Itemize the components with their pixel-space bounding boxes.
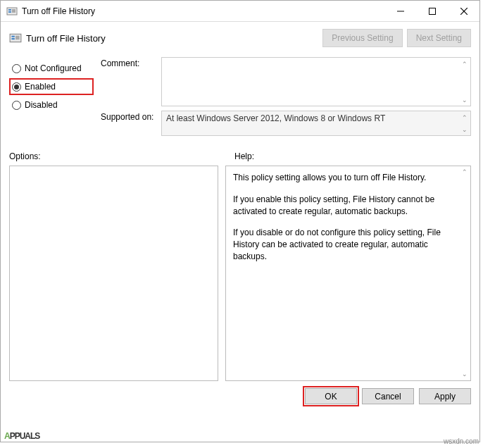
radio-enabled[interactable]: Enabled [9, 78, 94, 95]
minimize-button[interactable] [384, 1, 416, 21]
policy-header-icon [9, 32, 22, 44]
options-pane [9, 166, 218, 381]
radio-disabled[interactable]: Disabled [9, 97, 94, 113]
dialog-content: Turn off File History Previous Setting N… [1, 22, 479, 442]
help-label: Help: [234, 151, 254, 161]
svg-rect-5 [429, 8, 435, 14]
panes: This policy setting allows you to turn o… [9, 166, 471, 381]
svg-rect-11 [15, 36, 20, 40]
apply-button[interactable]: Apply [419, 388, 471, 404]
previous-setting-button[interactable]: Previous Setting [322, 29, 402, 47]
state-radio-group: Not Configured Enabled Disabled [9, 57, 94, 140]
comment-input[interactable]: ⌃ ⌄ [161, 57, 471, 106]
radio-icon [12, 64, 21, 73]
help-text: If you enable this policy setting, File … [233, 194, 453, 218]
dialog-window: Turn off File History Turn [0, 0, 480, 442]
next-setting-button[interactable]: Next Setting [407, 29, 471, 47]
window-title: Turn off File History [22, 6, 384, 16]
comment-row: Comment: ⌃ ⌄ [101, 57, 471, 106]
scroll-up-icon[interactable]: ⌃ [458, 111, 470, 123]
titlebar: Turn off File History [1, 1, 479, 22]
top-section: Not Configured Enabled Disabled Comment: [9, 57, 471, 140]
supported-scrollbar[interactable]: ⌃ ⌄ [458, 111, 470, 135]
help-text: If you disable or do not configure this … [233, 227, 453, 262]
maximize-button[interactable] [416, 1, 448, 21]
radio-label: Not Configured [25, 63, 82, 73]
scroll-up-icon[interactable]: ⌃ [458, 58, 470, 70]
brand-letter: A [4, 431, 10, 441]
svg-rect-9 [11, 36, 15, 37]
scroll-up-icon[interactable]: ⌃ [458, 166, 470, 178]
radio-label: Enabled [25, 82, 56, 92]
options-label: Options: [9, 151, 234, 161]
footer-buttons: OK Cancel Apply [9, 381, 471, 404]
cancel-button[interactable]: Cancel [362, 388, 414, 404]
brand-rest: PPUALS [10, 431, 40, 441]
help-pane: This policy setting allows you to turn o… [225, 166, 471, 381]
radio-icon [12, 101, 21, 110]
svg-rect-3 [12, 9, 15, 13]
radio-not-configured[interactable]: Not Configured [9, 60, 94, 77]
watermark-brand: APPUALS [4, 422, 39, 444]
close-button[interactable] [448, 1, 479, 21]
supported-row: Supported on: At least Windows Server 20… [101, 111, 471, 136]
policy-title: Turn off File History [26, 33, 318, 44]
help-text: This policy setting allows you to turn o… [233, 172, 453, 184]
comment-scrollbar[interactable]: ⌃ ⌄ [458, 58, 470, 106]
svg-rect-1 [8, 9, 11, 11]
svg-rect-10 [11, 38, 15, 39]
ok-button[interactable]: OK [305, 388, 357, 404]
supported-on-box: At least Windows Server 2012, Windows 8 … [161, 111, 471, 136]
scroll-down-icon[interactable]: ⌄ [458, 368, 470, 380]
svg-rect-2 [8, 11, 11, 13]
supported-label: Supported on: [101, 111, 161, 136]
comment-label: Comment: [101, 57, 161, 106]
policy-icon [6, 6, 18, 17]
radio-icon [12, 82, 21, 92]
watermark-site: wsxdn.com [444, 437, 479, 445]
scroll-down-icon[interactable]: ⌄ [458, 94, 470, 106]
fields-section: Comment: ⌃ ⌄ Supported on: At least Wind… [101, 57, 471, 140]
radio-label: Disabled [25, 100, 58, 110]
pane-labels: Options: Help: [9, 151, 471, 161]
help-scrollbar[interactable]: ⌃ ⌄ [458, 166, 470, 380]
supported-text: At least Windows Server 2012, Windows 8 … [166, 113, 385, 123]
window-controls [384, 1, 479, 21]
header-row: Turn off File History Previous Setting N… [9, 29, 471, 47]
scroll-down-icon[interactable]: ⌄ [458, 123, 470, 135]
